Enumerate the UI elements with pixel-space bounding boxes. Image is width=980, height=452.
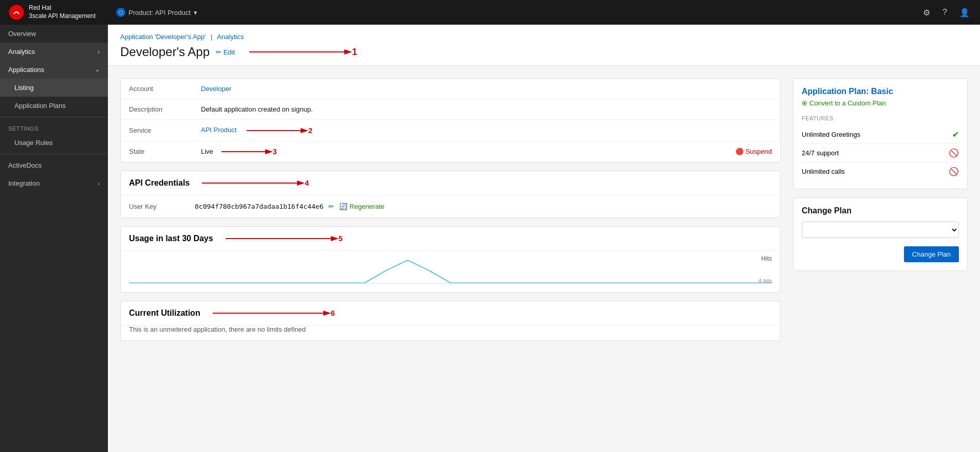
annotation-4: 4 (202, 179, 309, 187)
main-content: Application 'Developer's App' | Analytic… (108, 25, 980, 452)
hits-label: Hits (761, 255, 772, 262)
feature-unlimited-calls: Unlimited calls 🚫 (802, 162, 959, 180)
suspend-button[interactable]: 🔴 Suspend (735, 148, 772, 155)
utilization-header: Current Utilization 6 (121, 301, 780, 326)
convert-link[interactable]: ⊕ Convert to a Custom Plan (802, 99, 959, 107)
nav-icons: ⚙ ? 👤 (921, 6, 972, 20)
svg-marker-13 (323, 311, 331, 316)
utilization-card: Current Utilization 6 This is an unmeter… (120, 301, 781, 341)
state-row-inner: Live 3 (201, 148, 772, 156)
edit-key-button[interactable]: ✏ (327, 202, 335, 211)
sidebar-item-integration[interactable]: Integration › (0, 174, 108, 192)
product-icon: ⬡ (116, 8, 125, 17)
description-label: Description (121, 99, 193, 120)
svg-marker-2 (344, 49, 352, 55)
brand-text: Red Hat 3scale API Management (29, 4, 96, 20)
features-label: Features (802, 115, 959, 121)
annotation-5: 5 (226, 234, 343, 243)
description-row: Description Default application created … (121, 99, 780, 120)
arrow-3-svg (221, 148, 273, 156)
service-link[interactable]: API Product (201, 126, 236, 134)
state-row: State Live (121, 141, 780, 162)
account-value: Developer (193, 79, 780, 99)
settings-section: Settings (0, 119, 108, 134)
sidebar-item-activedocs[interactable]: ActiveDocs (0, 156, 108, 174)
state-label: State (121, 141, 193, 162)
product-selector[interactable]: ⬡ Product: API Product ▾ (116, 8, 197, 17)
arrow-4-svg (202, 179, 305, 187)
edit-link[interactable]: ✏ Edit (216, 48, 235, 56)
breadcrumb-analytics[interactable]: Analytics (217, 33, 244, 41)
usage-chart-svg (129, 255, 772, 286)
features-section: Features Unlimited Greetings ✔ 24/7 supp… (802, 115, 959, 180)
service-value: API Product 2 (193, 120, 780, 141)
annotation-6: 6 (213, 309, 335, 317)
breadcrumb-app-link[interactable]: Application 'Developer's App' (120, 33, 206, 41)
api-credentials-title: API Credentials (129, 178, 190, 188)
user-key-value: 0c094f780cb967a7dadaa1b16f4c44e6 (195, 203, 323, 210)
sidebar-item-overview[interactable]: Overview (0, 25, 108, 43)
application-plan-card: Application Plan: Basic ⊕ Convert to a C… (793, 78, 968, 189)
layout: Overview Analytics › Applications ⌄ List… (0, 25, 980, 452)
regenerate-button[interactable]: 🔄 Regenerate (339, 203, 384, 210)
api-credentials-header: API Credentials 4 (121, 171, 780, 195)
state-value: Live 3 (193, 141, 780, 162)
service-row: Service API Product 2 (121, 120, 780, 141)
main-panel: Account Developer Description Default ap… (120, 78, 781, 440)
feature-x-icon-1: 🚫 (949, 148, 959, 158)
sidebar-item-listing[interactable]: Listing (0, 79, 108, 97)
user-key-label: User Key (129, 203, 191, 210)
plan-select[interactable] (802, 222, 959, 238)
account-label: Account (121, 79, 193, 99)
product-label: Product: API Product (128, 9, 191, 16)
svg-marker-10 (331, 236, 339, 241)
arrow-1-svg (249, 47, 352, 57)
plus-icon: ⊕ (802, 99, 807, 107)
change-plan-button[interactable]: Change Plan (904, 246, 959, 262)
brand: Red Hat 3scale API Management (8, 4, 96, 21)
arrow-6-svg (213, 309, 331, 317)
convert-label: Convert to a Custom Plan (809, 99, 886, 107)
annotation-2: 2 (247, 126, 312, 135)
feature-unlimited-greetings: Unlimited Greetings ✔ (802, 125, 959, 144)
user-icon[interactable]: 👤 (957, 6, 972, 20)
help-icon[interactable]: ? (940, 6, 949, 19)
account-row: Account Developer (121, 79, 780, 99)
feature-check-icon: ✔ (952, 130, 959, 139)
chevron-down-icon: ▾ (194, 9, 197, 16)
state-text: Live (201, 148, 213, 155)
annotation-3: 3 (221, 148, 277, 156)
user-key-row: User Key 0c094f780cb967a7dadaa1b16f4c44e… (129, 202, 772, 211)
account-link[interactable]: Developer (201, 85, 231, 93)
page-header: Application 'Developer's App' | Analytic… (108, 25, 980, 66)
sidebar-item-applications[interactable]: Applications ⌄ (0, 61, 108, 79)
change-plan-card: Change Plan Change Plan (793, 197, 968, 271)
change-plan-title: Change Plan (802, 206, 959, 215)
service-label: Service (121, 120, 193, 141)
breadcrumb: Application 'Developer's App' | Analytic… (120, 33, 968, 41)
usage-chart: Hits 4 hits (121, 251, 780, 292)
right-panel: Application Plan: Basic ⊕ Convert to a C… (793, 78, 968, 440)
sidebar-item-usage-rules[interactable]: Usage Rules (0, 134, 108, 152)
arrow-5-svg (226, 234, 339, 243)
sidebar-item-analytics[interactable]: Analytics › (0, 43, 108, 61)
plan-title: Application Plan: Basic (802, 87, 959, 96)
api-credentials-body: User Key 0c094f780cb967a7dadaa1b16f4c44e… (121, 195, 780, 218)
gear-icon[interactable]: ⚙ (921, 6, 932, 20)
chevron-down-icon: ⌄ (95, 66, 100, 73)
sidebar: Overview Analytics › Applications ⌄ List… (0, 25, 108, 452)
page-title: Developer's App (120, 45, 210, 59)
utilization-title: Current Utilization (129, 309, 200, 318)
breadcrumb-separator: | (211, 33, 212, 41)
page-title-row: Developer's App ✏ Edit 1 (120, 45, 968, 59)
svg-marker-8 (297, 180, 305, 186)
utilization-description: This is an unmetered application, there … (121, 326, 780, 340)
arrow-2-svg (247, 126, 308, 135)
svg-marker-6 (265, 149, 273, 154)
usage-card: Usage in last 30 Days 5 Hits (120, 226, 781, 293)
feature-x-icon-2: 🚫 (949, 167, 959, 176)
sidebar-item-application-plans[interactable]: Application Plans (0, 97, 108, 115)
api-credentials-card: API Credentials 4 User Key (120, 171, 781, 218)
app-info-card: Account Developer Description Default ap… (120, 78, 781, 162)
redhat-logo (8, 4, 25, 21)
